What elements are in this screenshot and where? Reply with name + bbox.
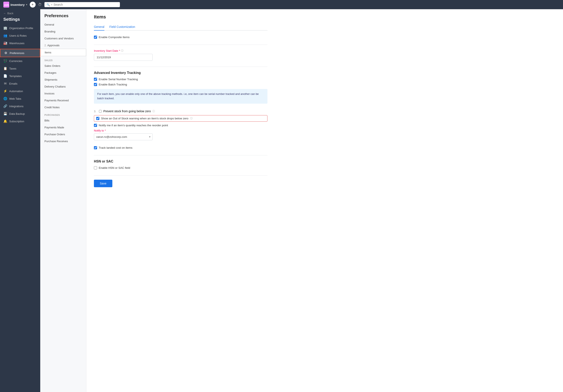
warehouses-icon: 🏭 [3, 41, 7, 45]
currencies-icon: 💱 [3, 59, 7, 63]
sidebar-label-web-tabs: Web Tabs [9, 97, 21, 100]
prevent-stock-item: 3. Prevent stock from going below zero ⓘ [94, 110, 268, 113]
templates-icon: 📄 [3, 74, 7, 78]
sidebar-item-taxes[interactable]: 📋 Taxes [0, 65, 40, 72]
app-name: Inventory [11, 3, 25, 6]
tabs-bar: General Field Customization [94, 24, 268, 31]
pref-item-branding[interactable]: Branding [40, 28, 86, 35]
inventory-start-date-section: Inventory Start Date * ⓘ [94, 49, 268, 61]
save-button[interactable]: Save [94, 180, 112, 187]
sidebar-label-users-roles: Users & Roles [9, 34, 27, 37]
tab-field-customization[interactable]: Field Customization [109, 24, 135, 31]
prevent-stock-checkbox[interactable] [99, 110, 102, 113]
sidebar-item-automation[interactable]: ⚡ Automation [0, 87, 40, 95]
preferences-icon: ⚙ [4, 51, 8, 55]
tab-general[interactable]: General [94, 24, 104, 31]
sidebar-item-users-roles[interactable]: 👥 Users & Roles [0, 32, 40, 39]
enable-composite-items-row: Enable Composite Items [94, 36, 268, 39]
enable-composite-items-checkbox[interactable] [94, 36, 97, 39]
search-dropdown-icon[interactable]: ▾ [51, 3, 52, 6]
composite-items-section: Enable Composite Items [94, 36, 268, 39]
pref-item-bills[interactable]: Bills [40, 117, 86, 124]
sidebar-label-currencies: Currencies [9, 60, 22, 63]
pref-item-credit-notes[interactable]: Credit Notes [40, 104, 86, 111]
pref-item-purchase-orders[interactable]: Purchase Orders [40, 131, 86, 138]
out-of-stock-label: Show an Out of Stock warning when an ite… [101, 117, 188, 120]
serial-number-checkbox[interactable] [94, 78, 97, 81]
pref-item-delivery-challans[interactable]: Delivery Challans [40, 83, 86, 90]
sidebar-item-subscription[interactable]: 🔔 Subscription [0, 117, 40, 125]
settings-title: Settings [0, 16, 40, 24]
sidebar-item-warehouses[interactable]: 🏭 Warehouses [0, 39, 40, 47]
back-link[interactable]: ← Back [0, 9, 40, 16]
pref-item-items[interactable]: Items [40, 49, 86, 56]
sidebar-item-emails[interactable]: ✉ Emails [0, 80, 40, 87]
add-button[interactable]: + [30, 2, 36, 8]
prevent-stock-label: Prevent stock from going below zero [103, 110, 151, 113]
pref-item-approvals[interactable]: 2.Approvals [40, 42, 86, 49]
zoho-logo-icon: zoho [3, 2, 9, 8]
stock-section: 3. Prevent stock from going below zero ⓘ… [94, 110, 268, 140]
required-marker: * [119, 49, 120, 52]
advanced-inventory-heading: Advanced Inventory Tracking [94, 71, 268, 75]
info-icon[interactable]: ⓘ [121, 49, 123, 53]
inventory-start-date-input[interactable] [94, 54, 153, 61]
sidebar-label-data-backup: Data Backup [9, 112, 25, 115]
sidebar-item-preferences[interactable]: ⚙ Preferences [0, 49, 40, 57]
hsn-sac-section: HSN or SAC Enable HSN or SAC field [94, 159, 268, 169]
history-button[interactable]: ⏱ [38, 2, 42, 7]
sidebar-item-integrations[interactable]: 🔗 Integrations [0, 102, 40, 110]
approvals-num: 2. [44, 44, 47, 47]
track-landed-cost-checkbox[interactable] [94, 146, 97, 149]
pref-item-payments-made[interactable]: Payments Made [40, 124, 86, 131]
app-chevron-icon[interactable]: ▾ [26, 3, 27, 6]
back-arrow-icon: ← [3, 12, 6, 15]
reorder-notify-row: Notify me if an item's quantity reaches … [94, 124, 268, 127]
sidebar-item-data-backup[interactable]: 💾 Data Backup [0, 110, 40, 117]
inventory-start-date-label: Inventory Start Date * ⓘ [94, 49, 268, 53]
batch-tracking-label: Enable Batch Tracking [99, 83, 127, 86]
batch-tracking-checkbox[interactable] [94, 83, 97, 86]
svg-text:zoho: zoho [4, 3, 9, 6]
pref-item-invoices[interactable]: Invoices [40, 90, 86, 97]
track-landed-cost-label: Track landed cost on items [99, 146, 132, 149]
sidebar-item-organization-profile[interactable]: 🏢 Organization Profile [0, 24, 40, 32]
org-profile-icon: 🏢 [3, 26, 7, 30]
pref-item-shipments[interactable]: Shipments [40, 76, 86, 83]
pref-item-customers-vendors[interactable]: Customers and Vendors [40, 35, 86, 42]
sidebar-label-organization-profile: Organization Profile [9, 27, 33, 30]
pref-item-general[interactable]: General [40, 21, 86, 28]
notify-to-label: Notify to * [94, 129, 268, 132]
integrations-icon: 🔗 [3, 104, 7, 108]
sidebar-item-currencies[interactable]: 💱 Currencies [0, 57, 40, 65]
pref-item-payments-received[interactable]: Payments Received [40, 97, 86, 104]
logo-area: zoho Inventory ▾ [3, 2, 27, 8]
sidebar-label-automation: Automation [9, 90, 23, 93]
top-nav: zoho Inventory ▾ + ⏱ 🔍 ▾ [0, 0, 563, 9]
out-of-stock-info-icon[interactable]: ⓘ [190, 117, 193, 120]
pref-item-purchase-receives[interactable]: Purchase Receives [40, 138, 86, 145]
pref-section-purchases: PURCHASES [40, 111, 86, 117]
batch-tracking-row: Enable Batch Tracking [94, 83, 268, 86]
sidebar-label-integrations: Integrations [9, 105, 24, 108]
pref-item-sales-orders[interactable]: Sales Orders [40, 62, 86, 69]
pref-item-packages[interactable]: Packages [40, 69, 86, 76]
notify-to-select[interactable]: varun.rv@zohocorp.com [94, 133, 153, 140]
prevent-stock-num: 3. [94, 110, 97, 113]
sidebar-label-warehouses: Warehouses [9, 42, 25, 45]
sidebar-label-subscription: Subscription [9, 120, 24, 123]
sidebar-item-templates[interactable]: 📄 Templates [0, 72, 40, 80]
enable-hsn-sac-row: Enable HSN or SAC field [94, 166, 268, 169]
sidebar-item-web-tabs[interactable]: 🌐 Web Tabs [0, 95, 40, 102]
search-input[interactable] [54, 3, 96, 6]
reorder-notify-checkbox[interactable] [94, 124, 97, 127]
out-of-stock-checkbox[interactable] [96, 117, 99, 120]
notify-to-field: Notify to * varun.rv@zohocorp.com [94, 129, 268, 140]
enable-hsn-sac-checkbox[interactable] [94, 166, 97, 169]
web-tabs-icon: 🌐 [3, 97, 7, 100]
prevent-stock-info-icon[interactable]: ⓘ [152, 110, 155, 113]
users-roles-icon: 👥 [3, 34, 7, 37]
advanced-inventory-section: Advanced Inventory Tracking Enable Seria… [94, 71, 268, 104]
sidebar-label-preferences: Preferences [10, 51, 24, 55]
enable-composite-items-label: Enable Composite Items [99, 36, 129, 39]
